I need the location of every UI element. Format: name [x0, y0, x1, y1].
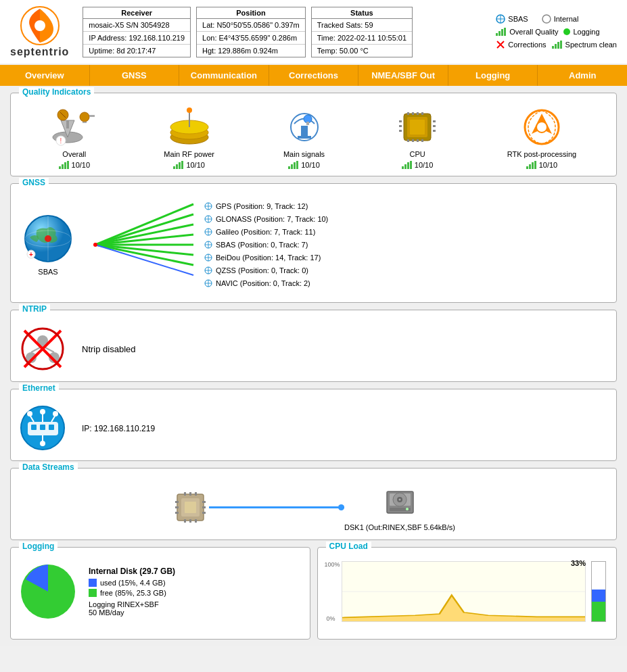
svg-rect-9 — [504, 28, 506, 36]
ethernet-ip: IP: 192.168.110.219 — [82, 424, 155, 433]
nav-gnss[interactable]: GNSS — [90, 65, 180, 86]
svg-rect-71 — [529, 164, 531, 169]
svg-rect-42 — [306, 122, 309, 125]
svg-rect-22 — [83, 122, 87, 123]
svg-rect-45 — [294, 162, 296, 169]
svg-rect-53 — [421, 112, 423, 115]
disk-icon — [381, 483, 419, 521]
cpu-label: CPU — [409, 150, 425, 158]
rf-power-label: Main RF power — [164, 150, 214, 158]
ethernet-panel: Ethernet IP: 19 — [10, 389, 617, 461]
svg-rect-66 — [407, 162, 409, 169]
svg-rect-140 — [195, 519, 197, 523]
svg-point-129 — [53, 411, 58, 416]
rf-power-icon — [166, 107, 213, 147]
quality-overall: ! Overall 10/10 — [51, 107, 98, 169]
cpu-bar-green — [592, 602, 605, 621]
overall-icon: ! — [51, 107, 98, 147]
cpu-percentage: 33% — [571, 559, 586, 567]
nav-overview[interactable]: Overview — [0, 65, 90, 86]
cpu-bar-blue — [592, 590, 605, 602]
svg-text:!: ! — [60, 137, 62, 145]
logging-rate2: 50 MB/day — [89, 608, 175, 617]
logging-content: Internal Disk (29.7 GB) used (15%, 4.4 G… — [18, 558, 303, 622]
sbas-indicator: SBAS — [496, 14, 528, 24]
data-streams-panel: Data Streams — [10, 468, 617, 540]
data-streams-title: Data Streams — [19, 462, 78, 472]
navbar: Overview GNSS Communication Corrections … — [0, 65, 627, 86]
svg-rect-43 — [288, 166, 290, 169]
quality-title: Quality Indicators — [19, 87, 94, 97]
overall-label: Overall — [62, 150, 86, 158]
svg-rect-141 — [175, 501, 179, 503]
svg-point-88 — [93, 243, 97, 247]
nav-communication[interactable]: Communication — [179, 65, 269, 86]
ethernet-icon — [18, 403, 68, 454]
svg-point-20 — [80, 112, 89, 122]
logging-pie-chart — [18, 561, 78, 622]
svg-rect-36 — [179, 162, 181, 169]
svg-rect-34 — [173, 166, 175, 169]
nav-nmea[interactable]: NMEA/SBF Out — [358, 65, 448, 86]
svg-rect-7 — [498, 31, 501, 36]
gnss-title: GNSS — [19, 178, 49, 187]
position-row3: Hgt: 129.886m 0.924m — [197, 45, 305, 57]
svg-rect-25 — [59, 166, 61, 169]
overall-quality-label: Overall Quality — [509, 28, 558, 36]
status-row2: Time: 2022-02-11 10:55:01 — [312, 32, 412, 45]
quality-rtk: RTK post-processing 10/10 — [507, 107, 577, 169]
gnss-signals-area: GPS (Position: 9, Track: 12) GLONASS (Po… — [89, 194, 609, 295]
position-row2: Lon: E4°43'55.6599" 0.286m — [197, 32, 305, 45]
svg-rect-12 — [552, 46, 554, 49]
nav-admin[interactable]: Admin — [538, 65, 627, 86]
spectrum-indicator: Spectrum clean — [552, 40, 617, 49]
svg-rect-73 — [534, 161, 536, 169]
signals-score: 10/10 — [288, 161, 320, 169]
rf-power-score: 10/10 — [173, 161, 205, 169]
receiver-row1: mosaic-X5 S/N 3054928 — [83, 19, 190, 32]
svg-rect-54 — [407, 139, 409, 142]
cpu-load-title: CPU Load — [326, 542, 371, 551]
cpu-icon — [394, 107, 441, 147]
gnss-navic: NAVIC (Position: 0, Track: 2) — [204, 279, 328, 288]
nav-logging[interactable]: Logging — [448, 65, 538, 86]
svg-rect-146 — [202, 512, 206, 514]
svg-rect-50 — [407, 112, 409, 115]
gnss-beidou: BeiDou (Position: 14, Track: 17) — [204, 253, 328, 262]
svg-rect-40 — [298, 136, 311, 139]
ntrip-disabled-icon — [18, 324, 68, 375]
svg-rect-55 — [412, 139, 414, 142]
svg-rect-35 — [176, 164, 178, 169]
gnss-panel: GNSS — [10, 183, 617, 303]
internal-indicator: Internal — [542, 14, 579, 24]
septentrio-logo-icon — [20, 5, 60, 46]
rtk-icon — [518, 107, 565, 147]
ntrip-panel: NTRIP Ntrip disabled — [10, 310, 617, 382]
position-title: Position — [197, 7, 305, 19]
cpu-bar-chart — [591, 561, 606, 622]
status-row3: Temp: 50.00 °C — [312, 45, 412, 57]
position-row1: Lat: N50°50'55.0586" 0.397m — [197, 19, 305, 32]
svg-rect-17 — [66, 120, 69, 128]
rtk-label: RTK post-processing — [507, 150, 577, 158]
nav-corrections[interactable]: Corrections — [269, 65, 359, 86]
svg-line-82 — [95, 224, 193, 245]
logging-panel: Logging Internal Disk (29.7 GB) used (15… — [10, 547, 310, 640]
corrections-label: Corrections — [508, 41, 546, 49]
svg-rect-63 — [433, 130, 436, 132]
sbas-label: SBAS — [508, 15, 528, 23]
globe-label: SBAS — [38, 268, 57, 276]
svg-rect-58 — [399, 120, 402, 122]
header: septentrio Receiver mosaic-X5 S/N 305492… — [0, 0, 627, 65]
quality-items: ! Overall 10/10 Main RF power — [18, 103, 609, 169]
gnss-globe-area: + SBAS — [18, 214, 78, 276]
logo-text: septentrio — [10, 46, 69, 58]
svg-rect-139 — [189, 519, 191, 523]
svg-rect-145 — [202, 506, 206, 508]
logging-free-legend: free (85%, 25.3 GB) — [89, 589, 175, 597]
ethernet-content: IP: 192.168.110.219 — [18, 400, 609, 454]
cpu-chart-area — [342, 561, 586, 622]
svg-rect-21 — [89, 115, 95, 117]
svg-rect-143 — [175, 512, 179, 514]
svg-rect-26 — [62, 164, 64, 169]
